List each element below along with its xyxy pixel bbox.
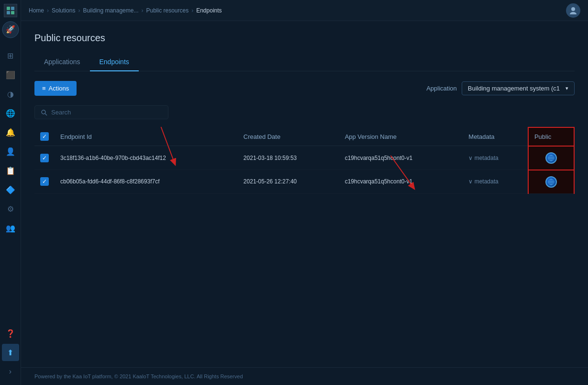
row1-created-date: 2021-03-18 10:59:53 [238, 146, 339, 170]
row2-globe-icon [545, 176, 557, 188]
actions-label: Actions [49, 85, 69, 92]
row2-metadata[interactable]: ∨ metadata [463, 170, 528, 194]
svg-point-6 [571, 7, 575, 11]
table-row: ✓ 3c18f136-a1b6-40be-970b-cbd43ac14f12 2… [34, 146, 574, 170]
svg-rect-0 [7, 7, 10, 10]
search-container [34, 105, 168, 119]
table-row: ✓ cb06b05a-fdd6-44df-86f8-c8f28693f7cf 2… [34, 170, 574, 194]
breadcrumb-solutions[interactable]: Solutions [52, 7, 75, 14]
row2-metadata-link[interactable]: ∨ metadata [468, 178, 498, 185]
th-created-date: Created Date [238, 127, 339, 146]
breadcrumb-sep-2: › [78, 7, 80, 14]
user-icon[interactable]: 👤 [2, 143, 19, 160]
svg-point-8 [42, 110, 45, 114]
tabs: Applications Endpoints [34, 53, 575, 71]
check-icon: ✓ [42, 155, 47, 161]
search-row [34, 105, 575, 119]
row1-metadata-link[interactable]: ∨ metadata [468, 155, 498, 161]
shape-icon[interactable]: 🔷 [2, 181, 19, 198]
actions-button[interactable]: ≡ Actions [34, 81, 77, 96]
search-icon [41, 109, 47, 116]
breadcrumb-endpoints: Endpoints [196, 7, 222, 14]
bell-icon[interactable]: 🔔 [2, 124, 19, 141]
row1-public-cell [528, 146, 574, 170]
svg-rect-1 [11, 7, 14, 10]
help-icon[interactable]: ❓ [2, 325, 19, 342]
toolbar-row: ≡ Actions Application Building managemen… [34, 81, 575, 96]
svg-rect-3 [11, 11, 14, 14]
breadcrumb-bar: Home › Solutions › Building manageme... … [21, 0, 588, 21]
breadcrumb-sep-3: › [141, 7, 143, 14]
row1-metadata[interactable]: ∨ metadata [463, 146, 528, 170]
people-icon[interactable]: 👥 [2, 219, 19, 237]
svg-text:🚀: 🚀 [6, 25, 15, 34]
search-input[interactable] [51, 109, 162, 116]
row1-app-version: c19hcvarqa51q5hcont0-v1 [339, 146, 463, 170]
check-icon: ✓ [42, 178, 47, 185]
select-all-checkbox[interactable]: ✓ [40, 132, 49, 141]
main-area: Home › Solutions › Building manageme... … [21, 0, 588, 385]
th-public: Public [528, 127, 574, 146]
annotation-container: ✓ Endpoint Id Created Date App Version N… [34, 127, 575, 194]
user-avatar[interactable] [566, 3, 580, 18]
footer-text: Powered by the Kaa IoT platform, © 2021 … [34, 374, 243, 379]
row2-checkbox-cell: ✓ [34, 170, 55, 194]
globe-sidebar-icon[interactable]: 🌐 [2, 104, 19, 122]
row2-checkbox[interactable]: ✓ [40, 177, 49, 186]
expand-icon[interactable]: › [2, 363, 19, 380]
row1-checkbox-cell: ✓ [34, 146, 55, 170]
breadcrumb-home[interactable]: Home [29, 7, 44, 14]
th-app-version: App Version Name [339, 127, 463, 146]
svg-point-7 [570, 12, 577, 14]
row1-globe-icon [545, 152, 557, 164]
th-checkbox: ✓ [34, 127, 55, 146]
list-icon[interactable]: 📋 [2, 162, 19, 179]
rocket-icon: 🚀 [2, 21, 19, 38]
breadcrumb-sep-1: › [47, 7, 49, 14]
tab-applications[interactable]: Applications [34, 53, 90, 71]
app-selector: Application Building management system (… [426, 81, 575, 95]
svg-line-9 [45, 113, 47, 115]
row2-app-version: c19hcvarqa51q5hcont0-v1 [339, 170, 463, 194]
actions-icon: ≡ [42, 85, 46, 92]
upload-icon[interactable]: ⬆ [2, 344, 19, 361]
page-content: Public resources Applications Endpoints … [21, 21, 588, 367]
row2-endpoint-id: cb06b05a-fdd6-44df-86f8-c8f28693f7cf [55, 170, 238, 194]
row2-public-cell [528, 170, 574, 194]
breadcrumb-sep-4: › [191, 7, 193, 14]
breadcrumb-building[interactable]: Building manageme... [83, 7, 138, 14]
th-metadata: Metadata [463, 127, 528, 146]
svg-rect-2 [7, 11, 10, 14]
check-icon: ✓ [42, 133, 47, 140]
row1-endpoint-id: 3c18f136-a1b6-40be-970b-cbd43ac14f12 [55, 146, 238, 170]
app-selector-value: Building management system (c1 [468, 85, 560, 92]
grid-icon[interactable]: ⊞ [2, 47, 19, 64]
th-endpoint-id: Endpoint Id [55, 127, 238, 146]
dashboard-icon[interactable]: ⬛ [2, 66, 19, 83]
icon-sidebar: 🚀 ⊞ ⬛ ◑ 🌐 🔔 👤 📋 🔷 ⚙ 👥 ❓ ⬆ › [0, 0, 21, 385]
logo-box[interactable] [4, 4, 17, 17]
data-table: ✓ Endpoint Id Created Date App Version N… [34, 127, 575, 194]
tab-endpoints[interactable]: Endpoints [90, 53, 139, 71]
footer: Powered by the Kaa IoT platform, © 2021 … [21, 367, 588, 385]
app-selector-dropdown[interactable]: Building management system (c1 [462, 81, 575, 95]
gear-icon[interactable]: ⚙ [2, 200, 19, 217]
app-selector-label: Application [426, 85, 457, 92]
breadcrumb-public[interactable]: Public resources [146, 7, 189, 14]
row1-checkbox[interactable]: ✓ [40, 154, 49, 162]
page-title: Public resources [34, 33, 575, 44]
contrast-icon[interactable]: ◑ [2, 85, 19, 102]
row2-created-date: 2021-05-26 12:27:40 [238, 170, 339, 194]
